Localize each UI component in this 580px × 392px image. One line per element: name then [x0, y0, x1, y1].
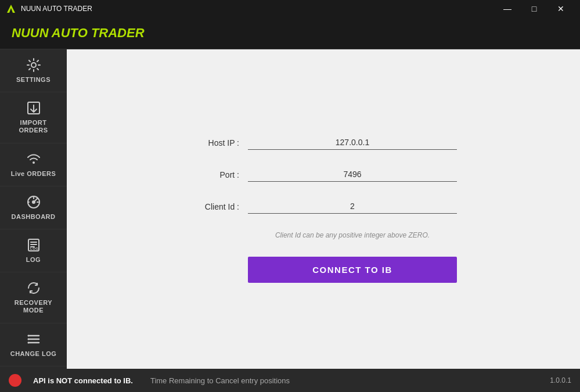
dashboard-label: DASHBOARD	[12, 213, 56, 221]
app-logo-icon	[6, 3, 16, 14]
port-label: Port :	[190, 170, 248, 179]
port-input[interactable]	[248, 167, 457, 182]
svg-text:LOG: LOG	[30, 247, 39, 250]
svg-point-8	[27, 335, 29, 336]
sidebar-item-recovery-mode[interactable]: RECOVERY MODE	[0, 272, 67, 323]
sidebar: SETTINGS IMPORT ORDERS Live ORDERS	[0, 49, 67, 369]
connection-form: Host IP : Port : Client Id : Client Id c…	[190, 135, 457, 283]
app-title: NUUN AUTO TRADER	[12, 26, 145, 41]
sidebar-item-live-orders[interactable]: Live ORDERS	[0, 143, 67, 186]
change-log-label: CHANGE LOG	[10, 350, 57, 358]
hint-text: Client Id can be any positive integer ab…	[190, 231, 457, 239]
host-ip-label: Host IP :	[190, 138, 248, 148]
live-orders-label: Live ORDERS	[11, 170, 56, 178]
window-controls: — □ ✕	[494, 0, 574, 17]
sidebar-item-settings[interactable]: SETTINGS	[0, 49, 67, 92]
connect-to-ib-button[interactable]: CONNECT TO IB	[248, 257, 457, 283]
svg-point-10	[27, 341, 29, 343]
recovery-mode-label: RECOVERY MODE	[5, 299, 62, 314]
client-id-label: Client Id :	[190, 202, 248, 211]
connection-status-dot	[9, 374, 21, 387]
recovery-icon	[26, 280, 41, 296]
client-id-row: Client Id :	[190, 199, 457, 214]
close-button[interactable]: ✕	[547, 0, 574, 17]
connection-status-text: API is NOT connected to IB.	[33, 376, 133, 385]
svg-marker-0	[7, 5, 15, 13]
sidebar-item-log[interactable]: LOG LOG	[0, 229, 67, 272]
main-layout: SETTINGS IMPORT ORDERS Live ORDERS	[0, 49, 580, 369]
version-text: 1.0.0.1	[550, 376, 571, 384]
import-orders-label: IMPORT ORDERS	[5, 119, 62, 134]
wifi-icon	[26, 152, 41, 167]
title-bar-title: NUUN AUTO TRADER	[21, 5, 92, 13]
title-bar: NUUN AUTO TRADER — □ ✕	[0, 0, 580, 17]
svg-point-3	[33, 161, 35, 164]
svg-point-1	[31, 63, 36, 67]
title-bar-left: NUUN AUTO TRADER	[6, 3, 92, 14]
dashboard-icon	[26, 195, 41, 210]
time-remaining-text: Time Remaining to Cancel entry positions	[150, 376, 290, 385]
log-icon: LOG	[26, 238, 41, 253]
import-icon	[26, 100, 41, 116]
sidebar-item-dashboard[interactable]: DASHBOARD	[0, 186, 67, 229]
app-header: NUUN AUTO TRADER	[0, 17, 580, 49]
list-icon	[26, 332, 41, 347]
gear-icon	[26, 57, 41, 73]
minimize-button[interactable]: —	[494, 0, 521, 17]
client-id-input[interactable]	[248, 199, 457, 214]
svg-point-9	[27, 338, 29, 340]
sidebar-item-import-orders[interactable]: IMPORT ORDERS	[0, 92, 67, 143]
host-ip-row: Host IP :	[190, 135, 457, 150]
sidebar-item-change-log[interactable]: CHANGE LOG	[0, 323, 67, 366]
maximize-button[interactable]: □	[521, 0, 547, 17]
log-label: LOG	[26, 256, 41, 264]
port-row: Port :	[190, 167, 457, 182]
content-area: Host IP : Port : Client Id : Client Id c…	[67, 49, 580, 369]
status-bar: API is NOT connected to IB. Time Remaini…	[0, 369, 580, 392]
settings-label: SETTINGS	[16, 76, 51, 84]
host-ip-input[interactable]	[248, 135, 457, 150]
